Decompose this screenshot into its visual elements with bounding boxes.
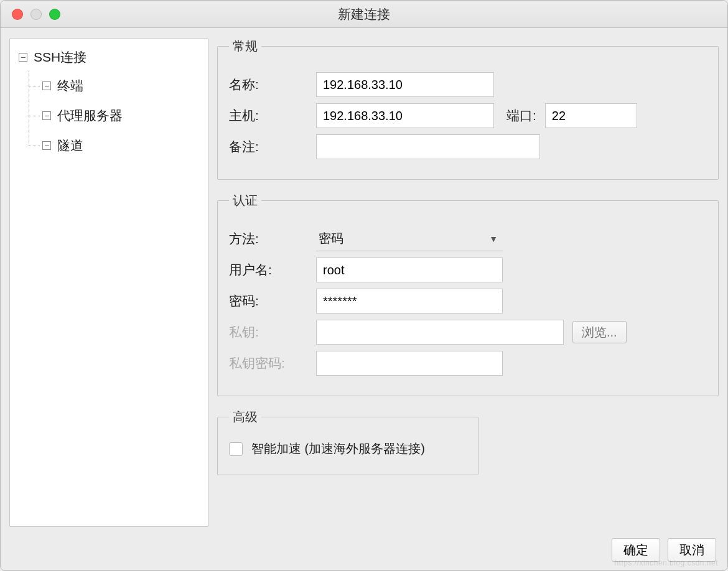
- tree-item-label: 代理服务器: [57, 107, 123, 124]
- smart-accel-label: 智能加速 (加速海外服务器连接): [251, 440, 425, 457]
- dialog-body: − SSH连接 − 终端 − 代理服务器 − 隧道 常规 名称:: [1, 28, 727, 532]
- tree-root-label: SSH连接: [34, 49, 86, 66]
- note-input[interactable]: [316, 134, 540, 159]
- advanced-group: 高级 智能加速 (加速海外服务器连接): [217, 409, 478, 475]
- titlebar: 新建连接: [1, 1, 727, 28]
- name-label: 名称:: [229, 76, 316, 93]
- port-input[interactable]: [545, 103, 637, 128]
- method-label: 方法:: [229, 230, 316, 248]
- method-value: 密码: [319, 230, 343, 247]
- username-label: 用户名:: [229, 261, 316, 279]
- zoom-icon[interactable]: [49, 9, 60, 20]
- collapse-icon: −: [42, 141, 51, 150]
- auth-legend: 认证: [229, 192, 261, 209]
- new-connection-window: 新建连接 − SSH连接 − 终端 − 代理服务器 − 隧道 常规: [0, 0, 728, 571]
- collapse-icon: −: [42, 81, 51, 90]
- password-label: 密码:: [229, 292, 316, 310]
- username-input[interactable]: [316, 258, 503, 282]
- tree-item-label: 终端: [57, 77, 83, 95]
- window-controls: [12, 9, 60, 20]
- watermark-text: https://xinchen.blog.csdn.net: [614, 559, 718, 567]
- general-group: 常规 名称: 主机: 端口: 备注:: [217, 38, 719, 180]
- browse-button: 浏览...: [572, 321, 627, 343]
- tree-item-proxy[interactable]: − 代理服务器: [10, 101, 208, 131]
- port-label: 端口:: [506, 107, 536, 124]
- general-legend: 常规: [229, 38, 261, 55]
- private-key-label: 私钥:: [229, 323, 316, 341]
- connection-tree: − SSH连接 − 终端 − 代理服务器 − 隧道: [9, 38, 208, 527]
- window-title: 新建连接: [338, 6, 390, 23]
- close-icon[interactable]: [12, 9, 23, 20]
- advanced-legend: 高级: [229, 409, 261, 425]
- tree-item-tunnel[interactable]: − 隧道: [10, 131, 208, 160]
- tree-item-label: 隧道: [57, 137, 83, 154]
- collapse-icon: −: [42, 111, 51, 120]
- note-label: 备注:: [229, 138, 316, 156]
- auth-group: 认证 方法: 密码 ▼ 用户名: 密码: 私钥:: [217, 192, 719, 396]
- minimize-icon[interactable]: [30, 9, 42, 20]
- collapse-icon[interactable]: −: [19, 53, 27, 62]
- private-key-pass-label: 私钥密码:: [229, 355, 316, 372]
- smart-accel-checkbox[interactable]: [229, 442, 243, 456]
- host-input[interactable]: [316, 103, 494, 128]
- settings-panel: 常规 名称: 主机: 端口: 备注: 认证: [217, 38, 719, 527]
- tree-root-ssh[interactable]: − SSH连接: [10, 44, 208, 71]
- host-label: 主机:: [229, 107, 316, 124]
- private-key-pass-input: [316, 351, 503, 376]
- tree-item-terminal[interactable]: − 终端: [10, 71, 208, 101]
- password-input[interactable]: [316, 289, 503, 313]
- private-key-input: [316, 320, 564, 345]
- chevron-down-icon: ▼: [489, 234, 498, 244]
- method-select[interactable]: 密码 ▼: [316, 226, 503, 251]
- name-input[interactable]: [316, 72, 494, 97]
